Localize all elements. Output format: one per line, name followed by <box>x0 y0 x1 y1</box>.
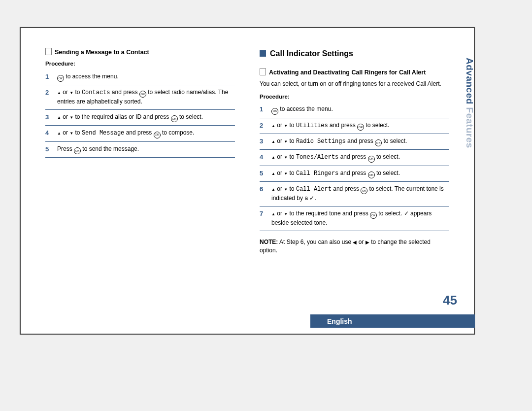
procedure-step: 1OK to access the menu. <box>260 102 449 118</box>
mono-text: Call Alert <box>296 186 332 193</box>
step-number: 7 <box>260 209 266 219</box>
procedure-step: 6 or to Call Alert and press OK to selec… <box>260 182 449 206</box>
right-column: Call Indicator Settings Activating and D… <box>260 48 449 255</box>
down-arrow-icon <box>284 170 288 176</box>
section-title-text: Call Indicator Settings <box>270 48 353 59</box>
right-subheading: Activating and Deactivating Call Ringers… <box>260 68 449 77</box>
check-icon <box>404 210 409 217</box>
step-body: or to Utilities and press OK to select. <box>271 121 449 131</box>
ok-icon: OK <box>375 139 382 146</box>
mono-text: Utilities <box>296 122 328 129</box>
down-arrow-icon <box>69 113 73 120</box>
side-tab-primary: Advanced <box>465 58 475 104</box>
intro-text: You can select, or turn on or off ringin… <box>260 80 449 88</box>
step-body: or to Radio Settings and press OK to sel… <box>271 137 449 146</box>
right-heading-text: Activating and Deactivating Call Ringers… <box>269 68 426 77</box>
language-bar: English <box>310 314 475 328</box>
procedure-label: Procedure: <box>45 60 235 68</box>
procedure-step: 2 or to Utilities and press OK to select… <box>260 118 449 134</box>
step-number: 4 <box>45 129 52 138</box>
content-columns: Sending a Message to a Contact Procedure… <box>21 28 474 260</box>
down-arrow-icon <box>284 122 288 129</box>
page-number: 45 <box>443 293 457 308</box>
ok-icon: OK <box>154 132 161 138</box>
procedure-step: 3 or to Radio Settings and press OK to s… <box>260 134 449 150</box>
side-tab: Advanced Features <box>464 58 475 148</box>
step-body: or to Call Ringers and press OK to selec… <box>271 169 449 178</box>
step-body: or to Send Message and press OK to compo… <box>57 129 235 138</box>
procedure-step: 2 or to Contacts and press OK to select … <box>45 85 235 110</box>
procedure-step: 3 or to the required alias or ID and pre… <box>45 110 235 126</box>
left-heading-text: Sending a Message to a Contact <box>55 48 149 57</box>
step-body: or to Call Alert and press OK to select.… <box>271 185 449 203</box>
step-number: 5 <box>260 169 266 178</box>
procedure-step: 5Press OK to send the message. <box>45 142 235 158</box>
left-subheading: Sending a Message to a Contact <box>45 48 235 57</box>
left-arrow-icon <box>353 239 357 245</box>
ok-icon: OK <box>361 187 367 194</box>
note-label: NOTE: <box>260 239 278 245</box>
document-icon <box>45 48 52 55</box>
up-arrow-icon <box>57 89 61 96</box>
down-arrow-icon <box>284 210 288 217</box>
mono-text: Tones/Alerts <box>296 154 338 161</box>
up-arrow-icon <box>271 210 275 217</box>
left-steps: 1OK to access the menu.2 or to Contacts … <box>45 69 235 158</box>
right-steps: 1OK to access the menu.2 or to Utilities… <box>260 102 449 231</box>
ok-icon: OK <box>57 75 64 82</box>
step-body: OK to access the menu. <box>271 105 449 114</box>
mono-text: Send Message <box>82 130 124 137</box>
mono-text: Contacts <box>82 89 110 96</box>
procedure-step: 4 or to Tones/Alerts and press OK to sel… <box>260 150 449 166</box>
note-block: NOTE: At Step 6, you can also use or to … <box>260 238 449 255</box>
down-arrow-icon <box>284 137 288 144</box>
section-title: Call Indicator Settings <box>260 48 449 59</box>
ok-icon: OK <box>357 124 364 131</box>
step-number: 1 <box>260 105 266 114</box>
up-arrow-icon <box>57 113 61 120</box>
mono-text: Call Ringers <box>296 170 338 177</box>
down-arrow-icon <box>284 185 288 192</box>
down-arrow-icon <box>284 153 288 160</box>
procedure-step: 1OK to access the menu. <box>45 69 235 85</box>
procedure-step: 5 or to Call Ringers and press OK to sel… <box>260 166 449 182</box>
up-arrow-icon <box>271 153 275 160</box>
ok-icon: OK <box>271 108 278 115</box>
left-column: Sending a Message to a Contact Procedure… <box>45 48 235 255</box>
up-arrow-icon <box>271 170 275 176</box>
step-body: Press OK to send the message. <box>57 145 235 154</box>
down-arrow-icon <box>69 129 73 136</box>
ok-icon: OK <box>139 91 146 98</box>
up-arrow-icon <box>57 129 61 136</box>
up-arrow-icon <box>271 122 275 129</box>
procedure-step: 4 or to Send Message and press OK to com… <box>45 126 235 141</box>
note-body: At Step 6, you can also use or to change… <box>260 239 431 254</box>
ok-icon: OK <box>368 156 375 163</box>
ok-icon: OK <box>74 147 81 154</box>
procedure-step: 7 or to the required tone and press OK t… <box>260 206 449 231</box>
ok-icon: OK <box>370 212 377 219</box>
check-icon <box>309 195 314 202</box>
step-body: or to Contacts and press OK to select ra… <box>57 88 235 106</box>
mono-text: Radio Settings <box>296 138 346 145</box>
procedure-label: Procedure: <box>260 93 449 101</box>
up-arrow-icon <box>271 185 275 192</box>
document-icon <box>260 68 266 75</box>
section-marker-icon <box>260 50 266 57</box>
manual-page: Sending a Message to a Contact Procedure… <box>20 27 475 335</box>
down-arrow-icon <box>69 89 73 96</box>
ok-icon: OK <box>368 171 375 178</box>
step-number: 5 <box>45 145 52 154</box>
step-number: 4 <box>260 153 266 162</box>
step-number: 1 <box>45 72 52 82</box>
step-number: 2 <box>45 88 52 98</box>
ok-icon: OK <box>171 115 178 122</box>
step-number: 2 <box>260 121 266 131</box>
step-body: OK to access the menu. <box>57 72 235 82</box>
step-body: or to the required tone and press OK to … <box>271 209 449 228</box>
step-body: or to Tones/Alerts and press OK to selec… <box>271 153 449 162</box>
side-tab-secondary: Features <box>465 104 475 148</box>
step-body: or to the required alias or ID and press… <box>57 113 235 122</box>
step-number: 6 <box>260 185 266 194</box>
language-label: English <box>327 317 352 325</box>
